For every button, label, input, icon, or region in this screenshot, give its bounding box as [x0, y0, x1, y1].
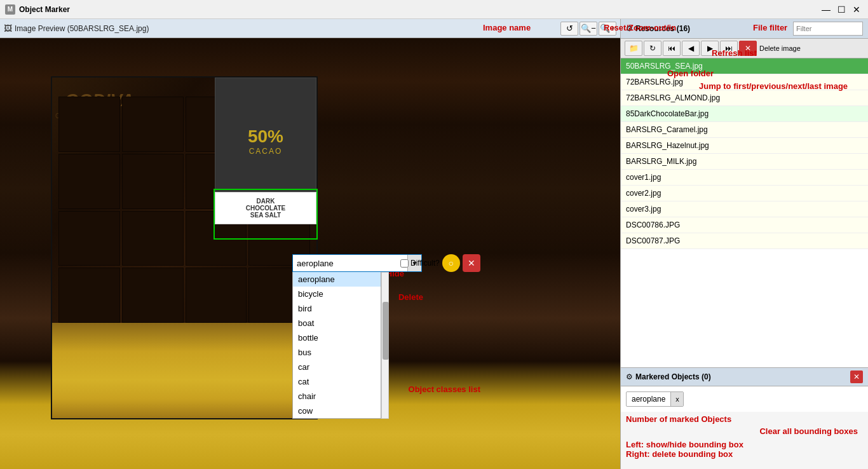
right-panel: ⚙ Resources (16) 📁 ↻ ⏮ ◀ ▶ ⏭ ✕ Delete im…	[620, 19, 868, 469]
class-option-chair[interactable]: chair	[293, 389, 381, 404]
app-title: Object Marker	[19, 5, 70, 14]
title-bar: M Object Marker — ☐ ✕	[0, 0, 868, 19]
class-option-bottle[interactable]: bottle	[293, 330, 381, 345]
hide-annotation-button[interactable]: ○	[442, 254, 460, 272]
refresh-list-button[interactable]: ↻	[644, 41, 661, 56]
resources-section: ⚙ Resources (16) 📁 ↻ ⏮ ◀ ▶ ⏭ ✕ Delete im…	[621, 19, 868, 367]
file-item-5[interactable]: BARSLRG_Hazelnut.jpg	[621, 138, 868, 154]
first-image-button[interactable]: ⏮	[663, 41, 681, 56]
delete-image-label: Delete image	[759, 44, 801, 52]
class-option-bus[interactable]: bus	[293, 345, 381, 360]
maximize-button[interactable]: ☐	[835, 3, 848, 16]
difficult-label: Difficult?	[410, 259, 440, 268]
marked-objects-header: ⚙ Markered Objects (0) ✕	[621, 368, 868, 386]
marked-objects-title: Markered Objects (0)	[635, 372, 711, 381]
zoom-reset-button[interactable]: ↺	[560, 22, 578, 36]
class-dropdown-list: aeroplane bicycle bird boat bottle bus c…	[292, 272, 381, 419]
note-refresh-list: Refresh list	[712, 48, 757, 58]
file-filter-input[interactable]	[793, 22, 863, 36]
remove-marked-object-button[interactable]: x	[670, 392, 683, 406]
marked-objects-section: ⚙ Markered Objects (0) ✕ aeroplane x Num…	[621, 367, 868, 469]
file-item-11[interactable]: DSC00787.JPG	[621, 233, 868, 249]
minimize-button[interactable]: —	[820, 3, 832, 16]
file-item-4[interactable]: BARSLRG_Caramel.jpg	[621, 122, 868, 138]
note-clear-boxes-container: Clear all bounding boxes	[626, 426, 863, 436]
class-option-bicycle[interactable]: bicycle	[293, 287, 381, 301]
note-file-filter: File filter	[753, 23, 787, 32]
note-delete-box: Right: delete bounding box	[626, 449, 863, 459]
zoom-out-button[interactable]: 🔍−	[580, 22, 597, 36]
annotation-controls: Difficult? ○ ✕	[400, 254, 480, 272]
file-item-6[interactable]: BARSLRG_MILK.jpg	[621, 154, 868, 170]
clear-marked-button[interactable]: ✕	[850, 370, 863, 383]
annotation-dropdown-container: ▼ aeroplane bicycle bird boat bottle bus…	[292, 254, 422, 419]
image-area[interactable]: GODIVA Chocolatier	[0, 38, 620, 469]
delete-annotation-button[interactable]: ✕	[463, 254, 480, 272]
open-folder-button[interactable]: 📁	[625, 41, 642, 56]
close-button[interactable]: ✕	[850, 3, 863, 16]
file-item-8[interactable]: cover2.jpg	[621, 186, 868, 201]
window-controls: — ☐ ✕	[820, 3, 863, 16]
note-reset-zoom: Reset/Zoom-out/in	[621, 23, 676, 32]
difficult-checkbox[interactable]	[400, 259, 409, 268]
marked-objects-content: aeroplane x	[621, 386, 868, 412]
main-layout: 🖼 Image Preview (50BARSLRG_SEA.jpg) ↺ 🔍−…	[0, 19, 868, 469]
class-option-cat[interactable]: cat	[293, 374, 381, 389]
marked-notes: Number of marked Objects Clear all bound…	[621, 412, 868, 461]
marked-object-item-0: aeroplane x	[626, 391, 684, 407]
marked-object-label: aeroplane	[627, 393, 670, 405]
class-option-bird[interactable]: bird	[293, 301, 381, 316]
file-item-2[interactable]: 72BARSLRG_ALMOND.jpg	[621, 90, 868, 106]
note-num-marked: Number of marked Objects	[626, 414, 863, 424]
note-open-folder: Open folder	[667, 69, 714, 78]
note-show-hide: Left: show/hide bounding box	[626, 440, 863, 449]
image-preview-title: Image Preview (50BARSLRG_SEA.jpg)	[15, 24, 558, 33]
app-icon: M	[5, 4, 15, 15]
prev-image-button[interactable]: ◀	[682, 41, 700, 56]
class-option-boat[interactable]: boat	[293, 316, 381, 330]
left-panel: 🖼 Image Preview (50BARSLRG_SEA.jpg) ↺ 🔍−…	[0, 19, 620, 469]
file-item-0[interactable]: 50BARSLRG_SEA.jpg	[621, 58, 868, 74]
note-clear-boxes: Clear all bounding boxes	[759, 426, 858, 436]
bottom-annotation-label	[621, 461, 868, 469]
file-item-9[interactable]: cover3.jpg	[621, 201, 868, 217]
class-option-cow[interactable]: cow	[293, 404, 381, 418]
note-jump: Jump to first/previous/next/last image	[699, 81, 848, 91]
class-option-car[interactable]: car	[293, 360, 381, 374]
difficult-check[interactable]: Difficult?	[400, 259, 440, 268]
gear-icon-marked: ⚙	[626, 372, 633, 381]
class-option-aeroplane[interactable]: aeroplane	[293, 272, 381, 287]
file-list: 50BARSLRG_SEA.jpg 72BARSLRG.jpg 72BARSLR…	[621, 58, 868, 367]
file-item-7[interactable]: cover1.jpg	[621, 170, 868, 186]
class-dropdown-input[interactable]	[293, 255, 407, 271]
file-item-10[interactable]: DSC00786.JPG	[621, 217, 868, 233]
file-item-3[interactable]: 85DarkChocolateBar.jpg	[621, 106, 868, 122]
image-icon: 🖼	[4, 24, 12, 33]
